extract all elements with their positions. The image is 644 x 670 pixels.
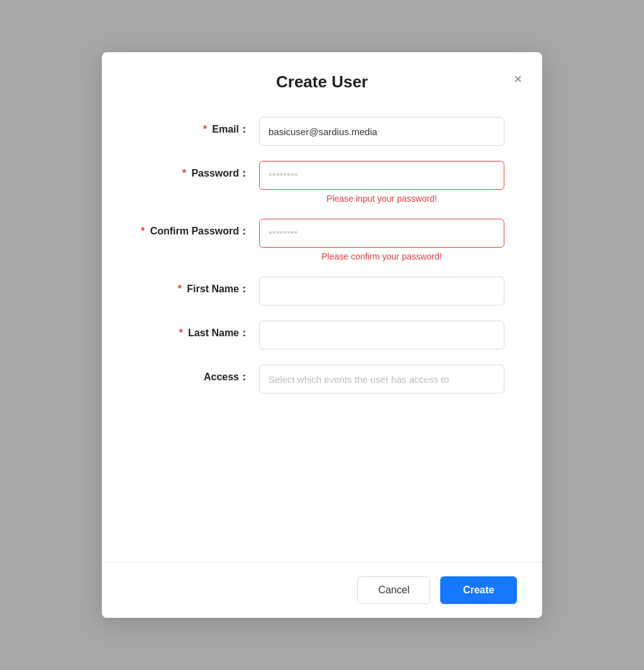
access-label: Access： [140, 365, 259, 384]
last-name-field-wrap [259, 321, 504, 349]
create-user-modal: Create User × * Email： * Password： [102, 52, 542, 618]
access-row: Access： [140, 365, 504, 393]
last-name-input[interactable] [259, 321, 504, 349]
cancel-button[interactable]: Cancel [357, 576, 430, 604]
email-required-star: * [203, 124, 207, 135]
modal-footer: Cancel Create [102, 562, 542, 618]
access-field-wrap [259, 365, 504, 393]
confirm-password-error-message: Please confirm your password! [259, 251, 504, 261]
confirm-password-required-star: * [141, 226, 145, 236]
close-button[interactable]: × [511, 70, 525, 89]
modal-body: * Email： * Password： Please input your p… [102, 102, 542, 562]
password-label: * Password： [140, 161, 259, 180]
first-name-input[interactable] [259, 277, 504, 305]
modal-overlay: Create User × * Email： * Password： [0, 0, 644, 670]
password-error-message: Please input your password! [259, 194, 504, 204]
email-input[interactable] [259, 117, 504, 146]
last-name-row: * Last Name： [140, 321, 504, 349]
confirm-password-field-wrap: Please confirm your password! [259, 219, 504, 261]
confirm-password-input[interactable] [259, 219, 504, 248]
modal-title: Create User [276, 72, 368, 92]
last-name-label: * Last Name： [140, 321, 259, 340]
password-row: * Password： Please input your password! [140, 161, 504, 204]
email-label: * Email： [140, 117, 259, 136]
modal-header: Create User × [102, 52, 542, 102]
email-row: * Email： [140, 117, 504, 146]
access-input[interactable] [259, 365, 504, 393]
last-name-required-star: * [179, 327, 182, 338]
first-name-label: * First Name： [140, 277, 259, 296]
password-required-star: * [182, 168, 186, 178]
first-name-row: * First Name： [140, 277, 504, 305]
confirm-password-label: * Confirm Password： [140, 219, 259, 238]
first-name-required-star: * [178, 283, 182, 294]
password-field-wrap: Please input your password! [259, 161, 504, 204]
confirm-password-row: * Confirm Password： Please confirm your … [140, 219, 504, 261]
password-input[interactable] [259, 161, 504, 190]
email-field-wrap [259, 117, 504, 146]
create-button[interactable]: Create [440, 576, 517, 604]
first-name-field-wrap [259, 277, 504, 305]
